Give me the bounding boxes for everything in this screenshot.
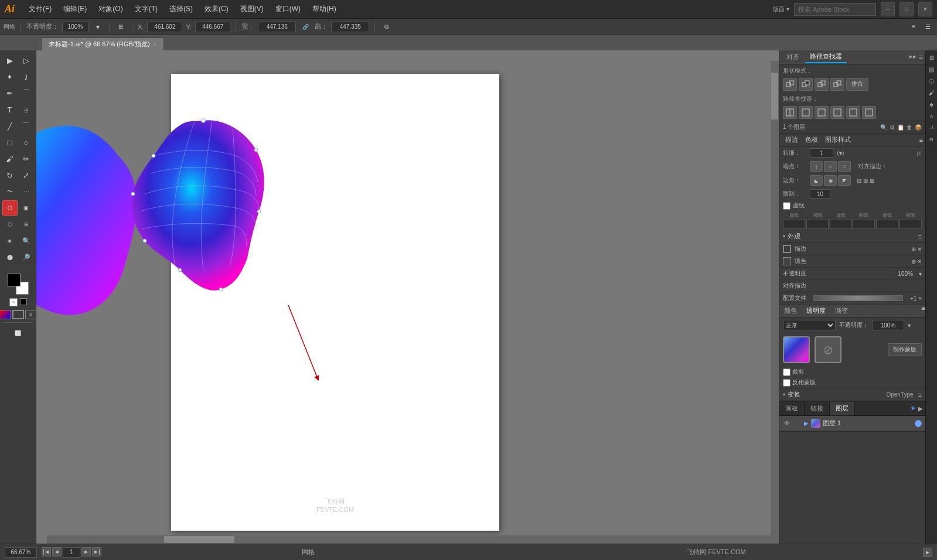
opacity-row-icon[interactable]: ▾ (919, 271, 922, 277)
layer-expand-arrow[interactable]: ▶ (804, 420, 809, 426)
trim-btn[interactable] (799, 106, 813, 119)
stroke-weight-stepper[interactable]: ⟨▾⟩ (837, 150, 844, 156)
last-page-btn[interactable]: ►| (92, 547, 101, 556)
minus-back-btn[interactable] (862, 106, 876, 119)
dashed-checkbox[interactable] (783, 202, 791, 210)
layer-expand-icon[interactable]: 📦 (915, 124, 922, 131)
search-input[interactable] (794, 3, 876, 16)
y-input[interactable] (195, 22, 230, 32)
ellipse-tool[interactable]: ○ (19, 135, 34, 150)
properties-icon[interactable]: ☰ (922, 21, 933, 33)
links-tab[interactable]: 链接 (805, 402, 830, 415)
color-tab[interactable]: 颜色 (779, 305, 802, 317)
perspective-tool[interactable]: ⬡ (2, 217, 18, 232)
exclude-btn[interactable] (830, 78, 844, 91)
dash-input-1[interactable] (783, 220, 805, 229)
menu-select[interactable]: 选择(S) (167, 3, 195, 15)
unite-btn[interactable] (783, 78, 797, 91)
fill-add-icon[interactable]: ⊕ (911, 258, 916, 265)
text-tool[interactable]: T (2, 102, 18, 117)
properties-strip-icon[interactable]: ⊞ (927, 53, 936, 62)
rect-tool[interactable]: □ (2, 135, 18, 150)
stroke-tab[interactable]: 描边 (782, 135, 802, 144)
appearance-menu-icon[interactable]: ≡ (918, 233, 922, 240)
align-outside-btn[interactable]: ⊠ (870, 177, 874, 184)
stroke-weight-input[interactable] (810, 148, 833, 158)
stroke-mode-icon[interactable]: ≡ (25, 310, 37, 319)
round-join-btn[interactable]: ◉ (824, 175, 837, 186)
panel-menu-icon[interactable]: ≡ (918, 53, 923, 62)
magic-wand-tool[interactable]: ✦ (2, 69, 18, 84)
scrollbar-thumb-h[interactable] (164, 536, 234, 543)
menu-effect[interactable]: 效果(C) (202, 3, 231, 15)
intersect-btn[interactable] (815, 78, 829, 91)
artboard-tool[interactable]: ⬜ (11, 326, 26, 341)
stroke-swatch[interactable] (783, 245, 791, 253)
opentype-label[interactable]: OpenType (886, 391, 913, 398)
horizontal-scrollbar[interactable] (47, 535, 779, 544)
transform-menu-icon[interactable]: ≡ (918, 391, 922, 398)
bevel-join-btn[interactable]: ◤ (838, 175, 851, 186)
vertical-scrollbar[interactable] (771, 61, 779, 544)
scrollbar-thumb-v[interactable] (771, 73, 778, 119)
layers-strip-icon[interactable]: ▤ (927, 64, 936, 74)
direct-select-tool[interactable]: ▷ (19, 53, 34, 68)
playback-btn[interactable]: ► (923, 548, 932, 557)
brush-strip-icon[interactable]: 🖌 (927, 88, 936, 97)
gap-input-2[interactable] (853, 220, 875, 229)
opacity-arrow[interactable]: ▾ (92, 21, 104, 33)
pen-tool[interactable]: ✒ (2, 86, 18, 101)
align-inside-btn[interactable]: ⊟ (857, 177, 861, 184)
crop-btn[interactable] (830, 106, 844, 119)
layer-target-icon[interactable] (915, 420, 922, 427)
shape-builder-tool[interactable]: ⬡ (2, 200, 18, 216)
reset-colors-icon[interactable] (20, 298, 27, 305)
layer-eye-icon[interactable]: 👁 (783, 419, 791, 428)
w-input[interactable] (258, 22, 296, 32)
clip-checkbox[interactable] (783, 368, 791, 376)
menu-help[interactable]: 帮助(H) (310, 3, 339, 15)
swap-colors-icon[interactable]: ⇆ (9, 298, 18, 306)
scale-tool[interactable]: ⤢ (19, 168, 34, 183)
curvature-tool[interactable]: ⌒ (19, 86, 34, 101)
x-input[interactable] (147, 22, 182, 32)
align-center-btn[interactable]: ⊞ (863, 177, 868, 184)
zoom-tool[interactable]: 🔎 (19, 250, 34, 265)
char-strip-icon[interactable]: ⊟ (927, 135, 936, 144)
stroke-del-icon[interactable]: ✕ (917, 246, 922, 252)
divide-btn[interactable] (783, 106, 797, 119)
miter-join-btn[interactable]: ◣ (810, 175, 823, 186)
text-area-tool[interactable]: ⍈ (19, 102, 34, 117)
pencil-tool[interactable]: ✏ (19, 151, 34, 166)
square-cap-btn[interactable]: □ (838, 161, 851, 172)
fg-bg-swatches[interactable] (8, 274, 29, 295)
next-page-btn[interactable]: ► (81, 547, 91, 556)
stroke-add-icon[interactable]: ⊕ (911, 246, 916, 252)
miter-limit-input[interactable] (810, 189, 830, 199)
gradient-tool[interactable]: ◈ (2, 233, 18, 248)
layers-tab[interactable]: 图层 (830, 402, 855, 415)
artboards-tab[interactable]: 画板 (779, 402, 805, 415)
text-strip-icon[interactable]: A (927, 111, 936, 121)
menu-object[interactable]: 对象(O) (96, 3, 125, 15)
select-tool[interactable]: ▶ (2, 53, 18, 68)
transform-options-icon[interactable]: ⧉ (380, 21, 392, 33)
arc-tool[interactable]: ⌒ (19, 118, 34, 134)
butt-cap-btn[interactable]: | (810, 161, 823, 172)
menu-window[interactable]: 窗口(W) (273, 3, 303, 15)
opentype-strip-icon[interactable]: 𝓐 (927, 123, 936, 132)
expand-shape-btn[interactable]: 拼合 (846, 78, 868, 91)
expand-icon[interactable]: ▸▸ (909, 53, 916, 62)
symbols-strip-icon[interactable]: ♣ (927, 100, 936, 109)
minimize-button[interactable]: ─ (881, 2, 895, 16)
layer-lock-icon[interactable] (793, 419, 802, 428)
opacity-input-2[interactable] (872, 320, 904, 330)
canvas-area[interactable]: 飞特网 FEVTE.COM (36, 50, 779, 544)
layer-delete-icon[interactable]: 🗑 (907, 124, 912, 131)
panel-settings-icon[interactable]: ⚙ (890, 124, 895, 131)
close-button[interactable]: × (918, 2, 932, 16)
warp-tool[interactable]: 〜 (2, 184, 18, 199)
no-color-icon[interactable] (12, 310, 24, 319)
dash-input-3[interactable] (876, 220, 898, 229)
rotate-tool[interactable]: ↻ (2, 168, 18, 183)
